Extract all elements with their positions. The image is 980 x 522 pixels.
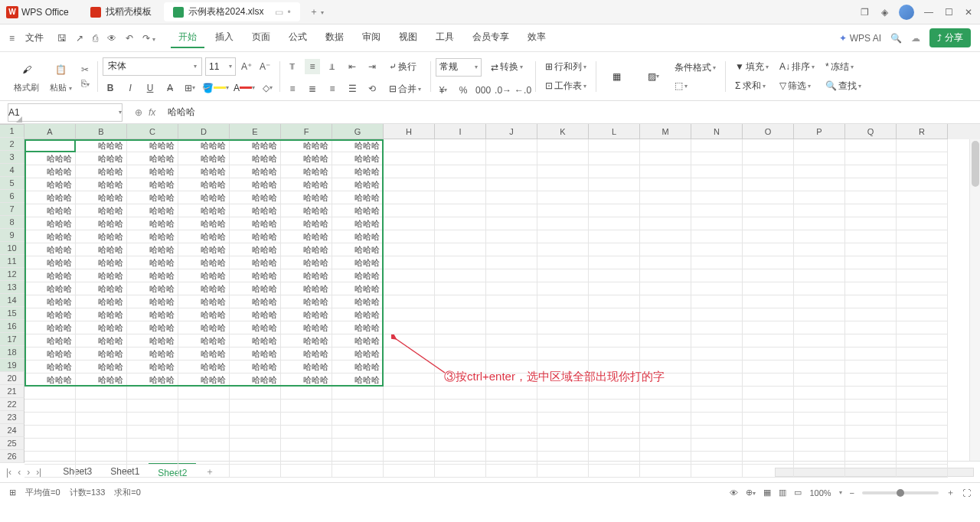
cell[interactable] <box>845 426 897 439</box>
cell[interactable] <box>640 347 691 361</box>
cell[interactable] <box>691 426 743 439</box>
align-justify-icon[interactable]: ☰ <box>345 81 360 96</box>
cell[interactable] <box>332 387 384 400</box>
cell[interactable] <box>691 347 743 361</box>
cell[interactable]: 哈哈哈 <box>230 217 281 230</box>
cell[interactable] <box>384 413 435 426</box>
format-painter-icon[interactable]: 🖌 <box>16 59 38 80</box>
row-header-17[interactable]: 17 <box>0 333 24 346</box>
cell[interactable] <box>589 139 640 152</box>
cell[interactable] <box>897 243 948 256</box>
cell[interactable]: 哈哈哈 <box>76 230 127 243</box>
cell[interactable]: 哈哈哈 <box>332 217 384 230</box>
cell[interactable] <box>794 308 845 321</box>
view-page-icon[interactable]: ▥ <box>779 488 786 498</box>
cell[interactable]: 哈哈哈 <box>127 361 178 374</box>
cell[interactable] <box>537 295 589 308</box>
cell[interactable] <box>794 387 845 400</box>
cell[interactable] <box>845 191 897 204</box>
cell[interactable]: 哈哈哈 <box>24 165 76 178</box>
cell[interactable] <box>794 413 845 426</box>
col-header-J[interactable]: J <box>486 124 537 139</box>
cell[interactable]: 哈哈哈 <box>281 347 332 361</box>
cell[interactable] <box>845 243 897 256</box>
cell[interactable] <box>897 361 948 374</box>
cell[interactable] <box>384 374 435 387</box>
cell[interactable] <box>486 191 537 204</box>
cell[interactable] <box>640 269 691 282</box>
cell[interactable]: 哈哈哈 <box>178 308 230 321</box>
increase-font-icon[interactable]: A⁺ <box>239 59 254 74</box>
menu-开始[interactable]: 开始 <box>171 28 204 48</box>
cell[interactable] <box>127 452 178 465</box>
col-header-G[interactable]: G <box>332 124 384 139</box>
cell[interactable] <box>486 269 537 282</box>
cell[interactable]: 哈哈哈 <box>332 256 384 269</box>
row-header-8[interactable]: 8 <box>0 216 24 229</box>
cell[interactable] <box>897 204 948 217</box>
cell[interactable] <box>589 191 640 204</box>
cell[interactable] <box>743 269 794 282</box>
cell[interactable] <box>794 374 845 387</box>
cell[interactable] <box>640 426 691 439</box>
cell[interactable] <box>281 426 332 439</box>
cell[interactable] <box>845 361 897 374</box>
cell[interactable] <box>845 400 897 413</box>
rows-cols-button[interactable]: ⊞ 行和列▾ <box>541 59 591 75</box>
menu-工具[interactable]: 工具 <box>428 28 462 48</box>
cell[interactable] <box>794 178 845 191</box>
cell[interactable]: 哈哈哈 <box>230 269 281 282</box>
cell[interactable] <box>24 400 76 413</box>
cell[interactable] <box>897 426 948 439</box>
cell[interactable]: 哈哈哈 <box>332 165 384 178</box>
cell[interactable] <box>845 465 897 478</box>
cell[interactable] <box>537 139 589 152</box>
cell[interactable]: 哈哈哈 <box>332 347 384 361</box>
zoom-value[interactable]: 100% <box>809 488 831 498</box>
cell[interactable] <box>589 452 640 465</box>
cell[interactable] <box>691 295 743 308</box>
cell[interactable]: 哈哈哈 <box>178 230 230 243</box>
cell[interactable] <box>589 295 640 308</box>
cell[interactable]: 哈哈哈 <box>281 269 332 282</box>
cell[interactable] <box>589 152 640 165</box>
cell[interactable] <box>691 282 743 295</box>
cell[interactable] <box>76 400 127 413</box>
row-header-25[interactable]: 25 <box>0 437 24 450</box>
cell[interactable] <box>794 465 845 478</box>
cell[interactable] <box>691 256 743 269</box>
row-header-7[interactable]: 7 <box>0 203 24 216</box>
cell[interactable] <box>537 152 589 165</box>
cell[interactable] <box>691 178 743 191</box>
cell[interactable]: 哈哈哈 <box>281 256 332 269</box>
cell[interactable] <box>794 347 845 361</box>
copy-icon[interactable]: ⎘▾ <box>81 78 90 89</box>
cell[interactable]: 哈哈哈 <box>332 139 384 152</box>
cell[interactable]: 哈哈哈 <box>281 139 332 152</box>
cell[interactable] <box>486 400 537 413</box>
cell[interactable]: 哈哈哈 <box>332 243 384 256</box>
cell[interactable] <box>384 439 435 452</box>
cell[interactable] <box>897 321 948 334</box>
cell[interactable] <box>435 426 486 439</box>
cell[interactable]: 哈哈哈 <box>178 295 230 308</box>
cell[interactable] <box>691 400 743 413</box>
cell[interactable] <box>743 426 794 439</box>
align-right-icon[interactable]: ≡ <box>325 81 340 96</box>
tab-templates[interactable]: 找稻壳模板 <box>81 2 161 21</box>
cube-icon[interactable]: ◈ <box>879 7 890 18</box>
cell[interactable] <box>384 204 435 217</box>
cell[interactable] <box>845 256 897 269</box>
cell[interactable]: 哈哈哈 <box>281 243 332 256</box>
cell[interactable] <box>897 439 948 452</box>
cell[interactable]: 哈哈哈 <box>332 178 384 191</box>
cell[interactable] <box>845 374 897 387</box>
cell[interactable] <box>486 178 537 191</box>
cell[interactable]: 哈哈哈 <box>332 204 384 217</box>
cell[interactable]: 哈哈哈 <box>178 243 230 256</box>
sum-button[interactable]: Σ 求和▾ <box>730 78 773 94</box>
select-all-corner[interactable] <box>0 124 24 125</box>
cell[interactable]: 哈哈哈 <box>230 230 281 243</box>
cell[interactable]: 哈哈哈 <box>281 191 332 204</box>
row-header-4[interactable]: 4 <box>0 164 24 177</box>
